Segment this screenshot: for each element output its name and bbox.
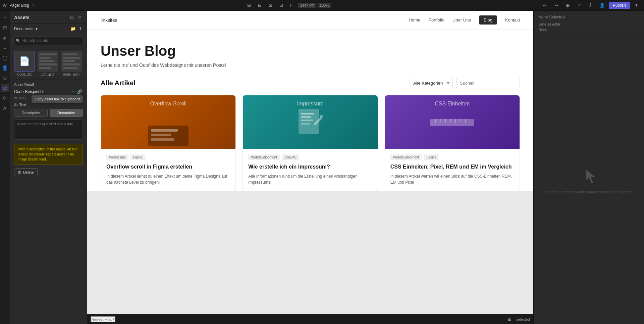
page-label: Page: Blog [9,3,29,8]
main-canvas: linksites Home Portfolio Über Uns Blog K… [87,11,533,314]
left-icon-cms[interactable]: ≡ [1,44,9,52]
sort-label: Newest First [91,317,112,321]
asset-line [39,57,51,59]
asset-line [63,53,77,55]
left-icon-ecommerce[interactable]: ◯ [1,54,9,62]
grid-view-icon[interactable]: ⊞ [505,315,514,323]
nav-portfolio[interactable]: Portfolio [428,17,444,22]
svg-rect-1 [151,129,178,132]
card-body-0: Webdesign Figma Overflow scroll in Figma… [101,149,235,191]
site-navigation: linksites Home Portfolio Über Uns Blog K… [87,11,533,30]
card-tag-1-1: DSGVO [282,154,299,160]
card-img-label-2: CSS Einheiten [435,101,470,107]
card-2: CSS Einheiten [385,95,520,191]
copy-link-icon[interactable]: 🔗 Copy asset link to clipboard [76,89,83,95]
docs-icons: 📁 ⬆ [70,26,83,32]
sort-chevron-icon: ▾ [113,317,115,321]
article-search[interactable] [456,78,520,88]
small-mobile-icon[interactable]: ⊡ [277,1,286,9]
asset-detail: Asset Detail Code-Beispiel.txt ↗ 🔗 Copy … [10,80,87,324]
nav-uber-uns[interactable]: Über Uns [452,17,471,22]
asset-line [39,63,57,65]
svg-rect-4 [299,109,319,134]
asset-thumb-0[interactable]: 📄 Code...txt [14,51,35,76]
alt-info-text: Write a description of this image. Alt t… [18,147,79,162]
preview-icon[interactable]: ◉ [563,1,573,9]
category-filter[interactable]: Alle Kategorien [410,78,453,88]
mobile-icon[interactable]: ⊠ [266,1,275,9]
left-icon-layout[interactable]: ⊞ [1,24,9,32]
card-body-2: Webdevelopment Basics CSS Einheiten: Pix… [385,149,520,191]
card-tag-0-1: Figma [130,154,145,160]
share-icon[interactable]: ↗ [575,1,584,9]
card-img-2: CSS Einheiten [385,95,520,149]
overflow-scroll-illustration [138,119,199,149]
tablet-icon[interactable]: ⊟ [255,1,265,9]
panel-close-icon[interactable]: ✕ [76,14,83,20]
left-icon-settings[interactable]: ⚙ [1,94,9,102]
card-desc-1: Alle Informationen rund um die Erstellun… [248,173,372,185]
hero-section: Unser Blog Lerne die Ins' und Outs' des … [101,43,520,68]
top-toolbar: W Page: Blog ⟳ ⊞ ⊟ ⊠ ⊡ ⊢ 1447 PX 100% ↩ … [0,0,644,11]
asset-line [63,63,80,65]
zoom-display: 100% [318,3,331,8]
css-ruler-illustration [429,112,476,132]
desktop-icon[interactable]: ⊞ [245,1,254,9]
card-img-label-0: Overflow-Scroll [150,101,186,107]
chevron-down-icon[interactable]: ▾ [632,1,641,9]
left-icon-logic[interactable]: ⊕ [1,74,9,82]
upload-folder-icon[interactable]: 📁 [70,26,76,32]
svg-rect-6 [301,116,311,118]
custom-size-icon[interactable]: ⊢ [287,1,297,9]
bottom-right: ⊞ selected [505,315,530,323]
asset-line [63,67,77,69]
nav-home[interactable]: Home [409,17,421,22]
asset-line [39,67,51,69]
nav-kontakt[interactable]: Kontakt [505,17,520,22]
search-icon: 🔍 [16,39,20,43]
undo-icon[interactable]: ↩ [540,1,550,9]
upload-icon[interactable]: ⬆ [78,26,83,32]
left-icon-fonts[interactable]: A [1,104,9,112]
sort-newest-button[interactable]: Newest First ▾ [91,316,115,322]
card-tag-0-0: Webdesign [106,154,128,160]
copy-tooltip: Copy asset link to clipboard [32,95,83,103]
left-icon-users[interactable]: 👤 [1,64,9,72]
card-1: Impressum Webdevelop [243,95,378,191]
asset-thumb-2[interactable]: mobi...json [61,51,82,76]
nav-links: Home Portfolio Über Uns Blog Kontakt [409,15,520,25]
panel-title: Assets [14,15,30,20]
documents-dropdown[interactable]: Documents ▾ [14,27,38,31]
nav-blog[interactable]: Blog [479,15,497,25]
left-icon-add[interactable]: + [1,13,9,21]
redo-icon[interactable]: ↪ [552,1,561,9]
canvas-hint-text: Select an element on the canvas to activ… [544,190,634,194]
asset-detail-header: Asset Detail [14,83,83,87]
descriptive-button[interactable]: Descriptive [14,109,48,117]
open-link-icon[interactable]: ↗ [70,89,75,95]
alt-text-label: Alt Text [14,103,83,107]
card-desc-2: In diesem Artikel werfen wir einen Blick… [390,173,514,185]
decorative-button[interactable]: Decorative [50,109,83,117]
card-img-0: Overflow-Scroll [101,95,235,149]
cursor-illustration [579,166,599,186]
card-desc-0: In diesem Artikel lernst du einen Effekt… [106,173,230,185]
alt-text-area[interactable] [14,120,83,140]
size-icon: ⚖ [14,96,17,100]
left-icon-assets[interactable]: 🗂 [1,84,9,92]
right-panel: None Selected Style selector None Select… [533,11,644,324]
panel-detach-icon[interactable]: ⊡ [69,14,75,20]
export-icon[interactable]: ⤴ [586,1,595,9]
style-selector-value: None [538,28,639,32]
assets-panel: Assets ⊡ ✕ Documents ▾ 📁 ⬆ 🔍 📄 Code...tx… [10,11,87,324]
search-input[interactable] [13,36,84,45]
card-tag-1-0: Webdevelopment [248,154,280,160]
asset-thumb-1[interactable]: Lott...json [38,51,58,76]
publish-button[interactable]: Publish [609,2,630,9]
user-icon[interactable]: 👤 [597,1,607,9]
delete-button[interactable]: 🗑 Delete [14,168,38,176]
asset-icon-wrap-1 [38,51,58,72]
asset-size-value: 19 B [18,96,26,100]
asset-lines-2 [61,52,82,70]
left-icon-components[interactable]: ◈ [1,34,9,42]
